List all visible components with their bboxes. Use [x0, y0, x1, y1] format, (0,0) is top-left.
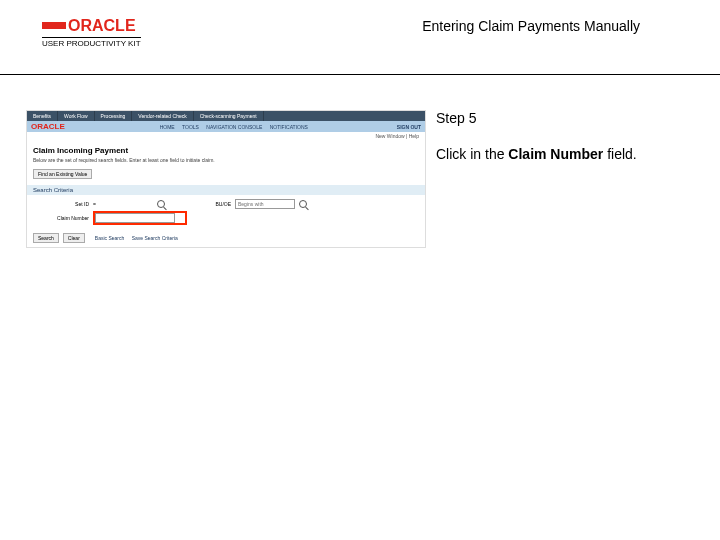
top-menu-item[interactable]: Benefits [27, 111, 58, 121]
step-label: Step 5 [436, 110, 694, 127]
top-menu-item[interactable]: Check-scanning Payment [194, 111, 264, 121]
app-substrip: New Window | Help [27, 132, 425, 140]
top-menu-item[interactable]: Processing [95, 111, 133, 121]
label-setid: Set ID [33, 201, 89, 207]
save-search-link[interactable]: Save Search Criteria [132, 235, 178, 241]
app-page-desc: Below are the set of required search fie… [27, 157, 425, 169]
top-menu-item[interactable]: Vendor-related Check [132, 111, 193, 121]
app-top-menu: Benefits Work Flow Processing Vendor-rel… [27, 111, 425, 121]
label-claim-number: Claim Number [33, 215, 89, 221]
lookup-icon[interactable] [157, 200, 165, 208]
page-title: Entering Claim Payments Manually [422, 18, 640, 35]
app-page-title: Claim Incoming Payment [27, 140, 425, 157]
brand-subtitle: USER PRODUCTIVITY KIT [42, 37, 141, 48]
app-oracle-logo: ORACLE [31, 122, 65, 131]
brand-block: ORACLE USER PRODUCTIVITY KIT [42, 16, 141, 48]
instruction-prefix: Click in the [436, 146, 508, 162]
tab-tools[interactable]: TOOLS [182, 124, 199, 130]
header-divider [0, 74, 720, 75]
clear-button[interactable]: Clear [63, 233, 85, 243]
bu-field[interactable] [235, 199, 295, 209]
app-tabs: HOME TOOLS NAVIGATION CONSOLE NOTIFICATI… [154, 124, 308, 130]
tab-home[interactable]: HOME [160, 124, 175, 130]
search-button[interactable]: Search [33, 233, 59, 243]
tab-notifications[interactable]: NOTIFICATIONS [270, 124, 308, 130]
instruction-text: Click in the Claim Number field. [436, 145, 694, 165]
search-criteria-header: Search Criteria [27, 185, 425, 195]
basic-search-link[interactable]: Basic Search [95, 235, 124, 241]
instruction-suffix: field. [603, 146, 636, 162]
find-existing-value-button[interactable]: Find an Existing Value [33, 169, 92, 179]
label-bu: BU/OE [191, 201, 231, 207]
tab-nav-console[interactable]: NAVIGATION CONSOLE [206, 124, 262, 130]
claim-number-field[interactable] [95, 213, 175, 223]
top-menu-item[interactable]: Work Flow [58, 111, 95, 121]
lookup-icon[interactable] [299, 200, 307, 208]
instruction-field-name: Claim Number [508, 146, 603, 162]
signout-link[interactable]: SIGN OUT [397, 124, 421, 130]
app-screenshot: Benefits Work Flow Processing Vendor-rel… [26, 110, 426, 248]
oracle-logo: ORACLE [42, 16, 136, 34]
